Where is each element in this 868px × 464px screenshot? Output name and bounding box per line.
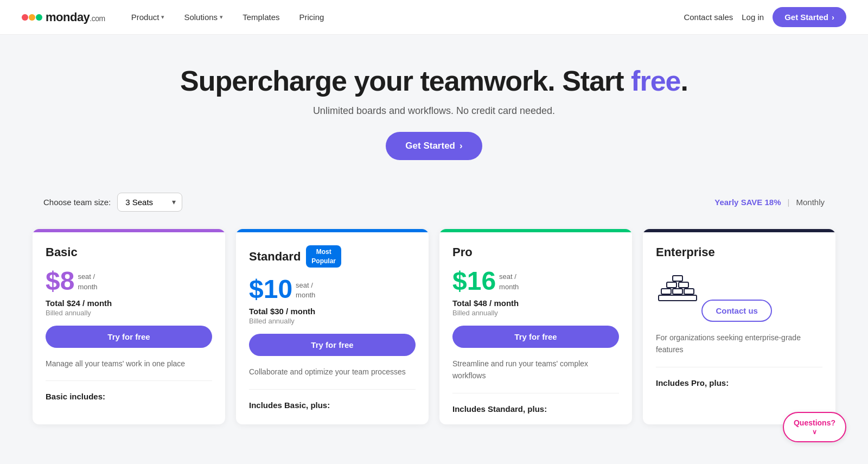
pro-divider	[452, 393, 619, 393]
login-link[interactable]: Log in	[742, 12, 764, 22]
enterprise-includes: Includes Pro, plus:	[656, 374, 822, 387]
pro-card-body: Pro $16 seat /month Total $48 / month Bi…	[439, 232, 632, 424]
svg-rect-5	[684, 289, 694, 294]
basic-card-body: Basic $8 seat /month Total $24 / month B…	[33, 232, 225, 424]
pricing-section: Basic $8 seat /month Total $24 / month B…	[0, 220, 868, 446]
product-chevron-icon: ▾	[161, 14, 164, 21]
arrow-icon: ›	[832, 12, 834, 22]
standard-plan-title: Standard MostPopular	[249, 245, 416, 268]
logo-icon	[22, 11, 42, 24]
pro-description: Streamline and run your teams' complex w…	[452, 358, 619, 382]
svg-rect-3	[661, 289, 671, 294]
standard-divider	[249, 389, 416, 390]
standard-description: Collaborate and optimize your team proce…	[249, 366, 416, 378]
pro-plan-title: Pro	[452, 245, 619, 259]
svg-rect-6	[667, 282, 676, 288]
pro-price-row: $16 seat /month	[452, 268, 619, 294]
standard-includes: Includes Basic, plus:	[249, 396, 416, 410]
standard-billed: Billed annually	[249, 317, 416, 325]
standard-try-button[interactable]: Try for free	[249, 334, 416, 356]
team-size-select[interactable]: 1 Seat 2 Seats 3 Seats 5 Seats 10 Seats …	[117, 193, 182, 212]
most-popular-badge: MostPopular	[306, 245, 341, 268]
standard-card-body: Standard MostPopular $10 seat /month Tot…	[236, 232, 429, 424]
pro-billed: Billed annually	[452, 309, 619, 317]
nav-get-started-button[interactable]: Get Started ›	[773, 7, 846, 27]
arrow-icon: ›	[459, 141, 463, 151]
pro-price-meta: seat /month	[499, 272, 519, 294]
monthly-label[interactable]: Monthly	[796, 198, 825, 207]
svg-rect-4	[673, 289, 682, 294]
pro-includes: Includes Standard, plus:	[452, 400, 619, 414]
yearly-label[interactable]: Yearly SAVE 18%	[714, 198, 781, 207]
basic-plan-title: Basic	[46, 245, 212, 259]
basic-includes: Basic includes:	[46, 387, 212, 401]
hero-subtitle: Unlimited boards and workflows. No credi…	[22, 105, 846, 117]
pro-plan-card: Pro $16 seat /month Total $48 / month Bi…	[439, 229, 632, 424]
contact-sales-link[interactable]: Contact sales	[684, 12, 733, 22]
standard-plan-card: Standard MostPopular $10 seat /month Tot…	[236, 229, 429, 424]
hero-section: Supercharge your teamwork. Start free. U…	[0, 35, 868, 177]
nav-templates[interactable]: Templates	[234, 8, 288, 26]
pro-total: Total $48 / month	[452, 298, 619, 308]
svg-point-2	[36, 14, 42, 21]
basic-description: Manage all your teams' work in one place	[46, 358, 212, 370]
standard-price: $10	[249, 276, 292, 302]
standard-total: Total $30 / month	[249, 307, 416, 316]
pricing-cards-grid: Basic $8 seat /month Total $24 / month B…	[33, 229, 835, 424]
pro-try-button[interactable]: Try for free	[452, 326, 619, 348]
svg-point-0	[22, 14, 28, 21]
nav-product[interactable]: Product ▾	[123, 8, 174, 26]
solutions-chevron-icon: ▾	[220, 14, 223, 21]
hero-cta-button[interactable]: Get Started ›	[386, 132, 482, 160]
basic-try-button[interactable]: Try for free	[46, 326, 212, 348]
logo-text: monday.com	[46, 10, 105, 24]
team-size-control: Choose team size: 1 Seat 2 Seats 3 Seats…	[43, 193, 182, 212]
basic-price-row: $8 seat /month	[46, 268, 212, 294]
svg-rect-8	[673, 276, 682, 281]
questions-chevron-icon: ∨	[812, 428, 817, 436]
basic-total: Total $24 / month	[46, 298, 212, 308]
svg-point-1	[29, 14, 35, 21]
nav-solutions[interactable]: Solutions ▾	[175, 8, 232, 26]
svg-rect-9	[659, 295, 697, 301]
basic-price-meta: seat /month	[78, 272, 97, 294]
navbar: monday.com Product ▾ Solutions ▾ Templat…	[0, 0, 868, 35]
enterprise-divider	[656, 367, 822, 367]
questions-bubble[interactable]: Questions? ∨	[783, 412, 846, 442]
nav-right: Contact sales Log in Get Started ›	[684, 7, 846, 27]
billing-toggle: Yearly SAVE 18% | Monthly	[714, 198, 825, 207]
nav-links: Product ▾ Solutions ▾ Templates Pricing	[123, 8, 684, 26]
team-size-label: Choose team size:	[43, 198, 111, 207]
enterprise-description: For organizations seeking enterprise-gra…	[656, 332, 822, 356]
enterprise-building-icon	[656, 272, 699, 305]
controls-section: Choose team size: 1 Seat 2 Seats 3 Seats…	[0, 177, 868, 220]
logo[interactable]: monday.com	[22, 10, 105, 24]
basic-plan-card: Basic $8 seat /month Total $24 / month B…	[33, 229, 225, 424]
questions-label: Questions?	[794, 418, 835, 427]
svg-rect-7	[679, 282, 688, 288]
billing-divider: |	[788, 198, 790, 207]
nav-pricing[interactable]: Pricing	[291, 8, 333, 26]
team-size-select-wrapper: 1 Seat 2 Seats 3 Seats 5 Seats 10 Seats …	[117, 193, 182, 212]
basic-price: $8	[46, 268, 74, 294]
enterprise-plan-title: Enterprise	[656, 245, 822, 259]
enterprise-plan-card: Enterprise Contact us For organizations …	[643, 229, 835, 424]
standard-price-meta: seat /month	[296, 281, 315, 302]
hero-headline: Supercharge your teamwork. Start free.	[22, 65, 846, 98]
basic-divider	[46, 380, 212, 381]
enterprise-contact-button[interactable]: Contact us	[701, 300, 772, 322]
basic-billed: Billed annually	[46, 309, 212, 317]
standard-price-row: $10 seat /month	[249, 276, 416, 302]
enterprise-card-body: Enterprise Contact us For organizations …	[643, 232, 835, 424]
pro-price: $16	[452, 268, 496, 294]
